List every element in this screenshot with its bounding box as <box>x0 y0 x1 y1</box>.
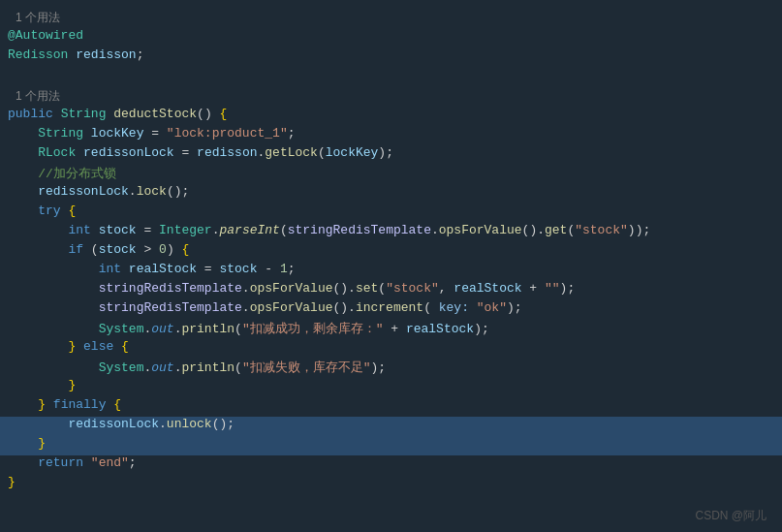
var-redissonlock3: redissonLock <box>68 417 159 431</box>
code-line: String lockKey = "lock:product_1"; <box>0 126 782 145</box>
code-line: stringRedisTemplate.opsForValue().set("s… <box>0 281 782 300</box>
code-line: } <box>0 378 782 397</box>
code-line: } finally { <box>0 397 782 417</box>
method-increment: increment <box>356 300 423 315</box>
code-container: 1 个用法 @Autowired Redisson redisson; 1 个用… <box>0 0 782 532</box>
code-line: } <box>0 475 782 494</box>
var-redissonlock2: redissonLock <box>38 184 129 199</box>
string-fail: "扣减失败，库存不足" <box>242 360 371 375</box>
method-getlock: getLock <box>265 145 318 160</box>
method-unlock: unlock <box>167 417 212 431</box>
param-key: key: <box>439 300 469 315</box>
code-line: System.out.println("扣减成功，剩余库存：" + realSt… <box>0 320 782 339</box>
string-end: "end" <box>91 455 129 470</box>
number-1: 1 <box>280 262 288 276</box>
method-lock: lock <box>137 184 167 199</box>
string-lockkey: "lock:product_1" <box>167 126 288 141</box>
watermark: CSDN @阿儿 <box>695 508 766 524</box>
usage-hint-2: 1 个用法 <box>0 86 782 107</box>
code-line: int realStock = stock - 1; <box>0 262 782 281</box>
keyword-if: if <box>68 242 83 257</box>
class-rlock: RLock <box>38 145 76 160</box>
keyword-else: else <box>83 339 113 354</box>
code-line: return "end"; <box>0 455 782 475</box>
method-parseint: parseInt <box>219 223 279 237</box>
code-line: if (stock > 0) { <box>0 242 782 262</box>
keyword-return: return <box>38 455 83 470</box>
code-line: Redisson redisson; <box>0 47 782 67</box>
code-line: @Autowired <box>0 28 782 47</box>
keyword-int: int <box>68 223 90 237</box>
var-realstock2: realStock <box>454 281 521 296</box>
var-lockkey: lockKey <box>91 126 144 141</box>
class-system2: System <box>99 360 144 375</box>
out-field: out <box>151 322 173 336</box>
code-line: try { <box>0 203 782 223</box>
class-integer: Integer <box>159 223 212 237</box>
string-stock2: "stock" <box>386 281 439 296</box>
var-stock2: stock <box>99 242 137 257</box>
code-line-highlighted: redissonLock.unlock(); <box>0 417 782 436</box>
string-ok: "ok" <box>477 300 507 315</box>
method-opsforvalue: opsForValue <box>439 223 522 237</box>
keyword-try: try <box>38 203 60 218</box>
method-chain: stringRedisTemplate <box>288 223 431 237</box>
var-lockkey2: lockKey <box>326 145 379 160</box>
code-line: redissonLock.lock(); <box>0 184 782 203</box>
variable: redisson <box>76 47 136 62</box>
string-success: "扣减成功，剩余库存：" <box>242 322 384 336</box>
code-line: RLock redissonLock = redisson.getLock(lo… <box>0 145 782 165</box>
class-system: System <box>99 322 144 336</box>
var-stock: stock <box>99 223 137 237</box>
code-line <box>0 67 782 86</box>
class-string2: String <box>38 126 83 141</box>
var-srt: stringRedisTemplate <box>99 281 242 296</box>
method-println: println <box>181 322 235 336</box>
out-field2: out <box>151 360 173 375</box>
code-line: //加分布式锁 <box>0 165 782 184</box>
keyword-finally: finally <box>53 397 107 412</box>
var-redissonlock: redissonLock <box>83 145 174 160</box>
var-realstock: realStock <box>129 262 197 276</box>
code-line-highlighted2: } <box>0 436 782 455</box>
keyword-int2: int <box>99 262 121 276</box>
method-println2: println <box>181 360 235 375</box>
var-realstock3: realStock <box>406 322 474 336</box>
method-set: set <box>356 281 378 296</box>
string-empty: "" <box>545 281 560 296</box>
method-deductstock: deductStock <box>113 107 197 121</box>
method-opsforvalue3: opsForValue <box>250 300 333 315</box>
var-redisson: redisson <box>197 145 257 160</box>
comment-lock: //加分布式锁 <box>38 167 116 181</box>
code-line: } else { <box>0 339 782 359</box>
code-line: int stock = Integer.parseInt(stringRedis… <box>0 223 782 242</box>
code-line: System.out.println("扣减失败，库存不足"); <box>0 359 782 378</box>
var-stock3: stock <box>219 262 257 276</box>
class-string: String <box>61 107 107 121</box>
code-line: public String deductStock() { <box>0 107 782 126</box>
method-opsforvalue2: opsForValue <box>250 281 333 296</box>
string-stock: "stock" <box>575 223 628 237</box>
class-name: Redisson <box>8 47 68 62</box>
number-0: 0 <box>159 242 167 257</box>
annotation-autowired: @Autowired <box>8 28 83 43</box>
var-srt2: stringRedisTemplate <box>99 300 242 315</box>
usage-hint-1: 1 个用法 <box>0 8 782 28</box>
code-line: stringRedisTemplate.opsForValue().increm… <box>0 300 782 320</box>
method-get: get <box>545 223 567 237</box>
keyword-public: public <box>8 107 53 121</box>
